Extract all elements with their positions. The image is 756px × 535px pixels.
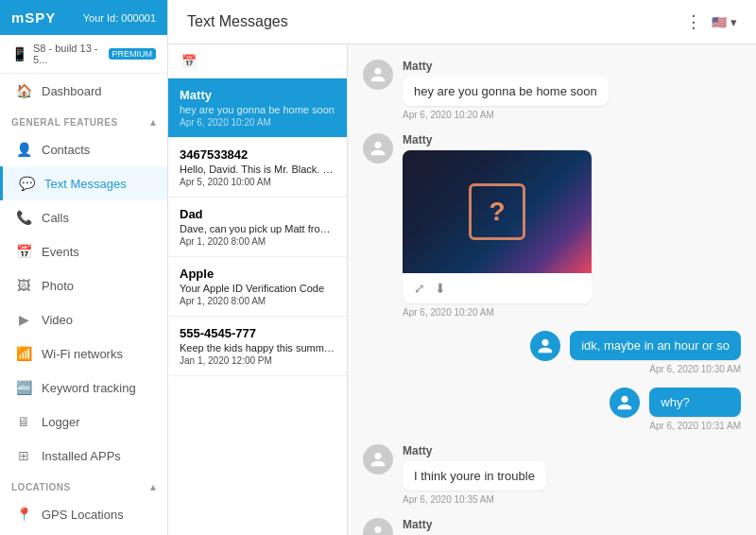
general-features-label: GENERAL FEATURES — [11, 117, 118, 128]
calendar-button[interactable]: 📅 — [168, 44, 347, 78]
chevron-down-icon: ▾ — [730, 15, 737, 29]
home-icon: 🏠 — [15, 83, 32, 98]
avatar — [363, 133, 393, 164]
locations-label: LOCATIONS — [11, 482, 71, 492]
device-icon: 📱 — [11, 46, 27, 61]
message-bubble-6: Matty — [363, 518, 741, 535]
flag-icon: 🇺🇸 — [712, 15, 727, 29]
bubble-text-outgoing: why? — [649, 388, 741, 417]
bubble-content: idk, maybe in an hour or so Apr 6, 2020 … — [570, 331, 741, 374]
logger-icon: 🖥 — [15, 414, 32, 429]
sidebar: mSPY Your Id: 000001 📱 S8 - build 13 - 5… — [0, 0, 168, 535]
content-area: 📅 Matty hey are you gonna be home soon A… — [168, 44, 756, 535]
message-bubble-5: Matty I think youre in trouble Apr 6, 20… — [363, 444, 741, 505]
bubble-content: Matty — [403, 518, 432, 535]
sidebar-item-photo[interactable]: 🖼 Photo — [0, 268, 167, 302]
image-bubble: ? ⤢ ⬇ — [403, 150, 592, 303]
messages-icon: 💬 — [18, 176, 35, 191]
thread-item-apple[interactable]: Apple Your Apple ID Verification Code Ap… — [168, 257, 347, 317]
locations-toggle[interactable]: ▴ — [150, 480, 156, 493]
general-features-section: GENERAL FEATURES ▴ — [0, 108, 167, 132]
sidebar-item-gps-locations[interactable]: 📍 GPS Locations — [0, 497, 167, 531]
download-icon[interactable]: ⬇ — [435, 281, 446, 296]
sidebar-item-installed-apps[interactable]: ⊞ Installed APPs — [0, 439, 167, 473]
message-detail-panel: Matty hey are you gonna be home soon Apr… — [348, 44, 756, 535]
bubble-time: Apr 6, 2020 10:20 AM — [403, 307, 592, 318]
user-id: Your Id: 000001 — [83, 12, 156, 24]
device-bar: 📱 S8 - build 13 - 5... PREMIUM — [0, 35, 167, 74]
message-bubble-4: why? Apr 6, 2020 10:31 AM — [363, 388, 741, 431]
sidebar-item-calls[interactable]: 📞 Calls — [0, 200, 167, 234]
photo-icon: 🖼 — [15, 278, 32, 293]
thread-sender: Matty — [180, 88, 335, 102]
sidebar-item-events[interactable]: 📅 Events — [0, 234, 167, 268]
sidebar-item-geo-fencing[interactable]: ◎ Geo Fencing — [0, 531, 167, 535]
thread-timestamp: Apr 1, 2020 8:00 AM — [180, 236, 335, 247]
thread-sender: 3467533842 — [180, 147, 335, 162]
thread-item-dad[interactable]: Dad Dave, can you pick up Matt from scho… — [168, 198, 347, 257]
sidebar-item-label: Calls — [42, 211, 69, 225]
contacts-icon: 👤 — [15, 142, 32, 157]
bubble-content: Matty I think youre in trouble Apr 6, 20… — [403, 444, 546, 505]
sidebar-item-contacts[interactable]: 👤 Contacts — [0, 132, 167, 166]
main-area: Text Messages ⋮ 🇺🇸 ▾ 📅 Matty hey are you… — [168, 0, 756, 535]
avatar — [363, 444, 393, 475]
bubble-text-outgoing: idk, maybe in an hour or so — [570, 331, 741, 360]
page-title: Text Messages — [187, 13, 288, 30]
sidebar-item-label: Events — [42, 245, 79, 259]
thread-preview: Your Apple ID Verification Code — [180, 283, 335, 294]
more-options-icon[interactable]: ⋮ — [685, 11, 702, 32]
sidebar-item-label: Installed APPs — [42, 449, 121, 463]
events-icon: 📅 — [15, 244, 32, 259]
language-selector[interactable]: 🇺🇸 ▾ — [712, 15, 737, 29]
sidebar-item-label: Logger — [42, 415, 79, 429]
thread-sender: Apple — [180, 267, 335, 281]
image-question-mark: ? — [469, 183, 525, 240]
video-icon: ▶ — [15, 312, 32, 327]
message-bubble-1: Matty hey are you gonna be home soon Apr… — [363, 60, 741, 120]
avatar — [363, 518, 393, 535]
message-bubble-3: idk, maybe in an hour or so Apr 6, 2020 … — [363, 331, 741, 374]
sidebar-header: mSPY Your Id: 000001 — [0, 0, 167, 35]
sidebar-item-video[interactable]: ▶ Video — [0, 302, 167, 337]
bubble-text: hey are you gonna be home soon — [403, 77, 609, 106]
avatar — [530, 331, 560, 361]
avatar — [610, 388, 640, 418]
bubble-content: Matty hey are you gonna be home soon Apr… — [403, 60, 609, 120]
sidebar-item-text-messages[interactable]: 💬 Text Messages — [0, 166, 167, 200]
thread-item-matty[interactable]: Matty hey are you gonna be home soon Apr… — [168, 78, 347, 138]
top-bar: Text Messages ⋮ 🇺🇸 ▾ — [168, 0, 756, 44]
sidebar-item-label: Wi-Fi networks — [42, 347, 123, 361]
thread-item-555[interactable]: 555-4545-777 Keep the kids happy this su… — [168, 317, 347, 376]
thread-timestamp: Apr 5, 2020 10:00 AM — [180, 177, 335, 187]
sidebar-item-dashboard[interactable]: 🏠 Dashboard — [0, 74, 167, 108]
bubble-content-image: Matty ? ⤢ ⬇ Apr 6, 2020 10:20 AM — [403, 133, 592, 318]
bubble-sender: Matty — [403, 444, 546, 457]
avatar — [363, 60, 393, 90]
top-bar-right: ⋮ 🇺🇸 ▾ — [685, 11, 737, 32]
message-bubble-2: Matty ? ⤢ ⬇ Apr 6, 2020 10:20 AM — [363, 133, 741, 318]
logo-text: mSPY — [11, 9, 56, 26]
thread-timestamp: Jan 1, 2020 12:00 PM — [180, 355, 335, 366]
image-actions: ⤢ ⬇ — [403, 273, 592, 303]
thread-preview: Hello, David. This is Mr. Black. I've no… — [180, 164, 335, 175]
bubble-time: Apr 6, 2020 10:30 AM — [570, 364, 741, 374]
thread-timestamp: Apr 1, 2020 8:00 AM — [180, 296, 335, 306]
expand-icon[interactable]: ⤢ — [414, 281, 425, 296]
calls-icon: 📞 — [15, 210, 32, 225]
apps-icon: ⊞ — [15, 448, 32, 463]
keyword-icon: 🔤 — [15, 380, 32, 395]
thread-sender: 555-4545-777 — [180, 326, 335, 340]
wifi-icon: 📶 — [15, 346, 32, 361]
locations-section: LOCATIONS ▴ — [0, 473, 167, 497]
sidebar-item-label: Keyword tracking — [42, 381, 136, 395]
sidebar-item-logger[interactable]: 🖥 Logger — [0, 405, 167, 439]
sidebar-item-label: Photo — [42, 279, 74, 293]
sidebar-item-keyword-tracking[interactable]: 🔤 Keyword tracking — [0, 371, 167, 405]
thread-item-3467533842[interactable]: 3467533842 Hello, David. This is Mr. Bla… — [168, 138, 347, 198]
sidebar-item-label: Text Messages — [44, 177, 127, 191]
bubble-time: Apr 6, 2020 10:31 AM — [649, 421, 741, 431]
general-features-toggle[interactable]: ▴ — [150, 115, 156, 129]
device-name: S8 - build 13 - 5... — [33, 43, 99, 65]
sidebar-item-wifi[interactable]: 📶 Wi-Fi networks — [0, 337, 167, 371]
